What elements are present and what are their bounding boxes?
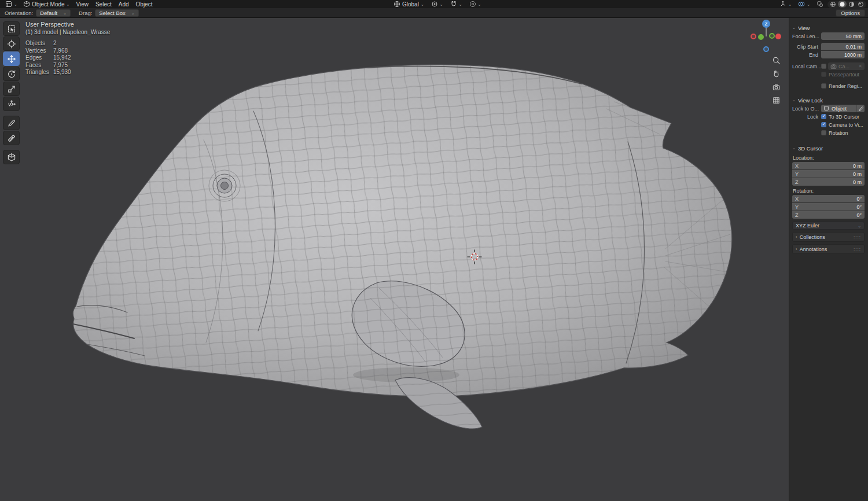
orientation-select[interactable]: Default xyxy=(36,9,71,17)
chevron-right-icon xyxy=(796,234,797,240)
scene-statistics: Objects2 Vertices7,968 Edges15,942 Faces… xyxy=(25,40,110,76)
shading-solid-button[interactable] xyxy=(838,1,847,8)
mode-select[interactable]: Object Mode xyxy=(21,1,72,8)
cursor-rot-x-row: X0° xyxy=(792,195,865,202)
tool-select-box[interactable] xyxy=(3,21,20,36)
cursor-loc-y-row: Y0 m xyxy=(792,170,865,178)
tool-annotate[interactable] xyxy=(3,116,20,130)
local-camera-checkbox[interactable] xyxy=(821,64,826,69)
drag-grip-icon[interactable] xyxy=(854,246,861,252)
viewport-3d[interactable] xyxy=(0,0,868,501)
stat-row: Objects2 xyxy=(25,40,110,47)
gizmo-axis-x-neg[interactable] xyxy=(751,34,756,39)
tool-measure[interactable] xyxy=(3,131,20,145)
orientation-label: Orientation: xyxy=(5,10,33,16)
cursor-rot-y-row: Y0° xyxy=(792,203,865,211)
to-3d-cursor-checkbox[interactable] xyxy=(821,114,826,119)
panel-collections-header[interactable]: Collections xyxy=(792,232,865,242)
clip-end-field[interactable]: 1000 m xyxy=(821,51,865,58)
cursor-loc-y-field[interactable]: Y0 m xyxy=(792,170,865,178)
close-icon[interactable]: ✕ xyxy=(858,64,862,69)
chevron-down-icon xyxy=(807,2,810,6)
shading-wireframe-button[interactable] xyxy=(829,1,837,8)
panel-3d-cursor-header[interactable]: 3D Cursor xyxy=(792,143,865,153)
menu-select[interactable]: Select xyxy=(93,1,115,8)
editor-type-select[interactable] xyxy=(3,1,20,8)
snap-toggle[interactable] xyxy=(448,1,465,8)
gizmo-axis-y-neg[interactable] xyxy=(769,33,775,39)
clip-start-row: Clip Start 0.01 m xyxy=(792,43,865,50)
render-region-checkbox[interactable] xyxy=(821,83,826,89)
passepartout-checkbox[interactable] xyxy=(821,72,826,77)
gizmo-axis-x[interactable] xyxy=(775,34,781,39)
tool-rotate[interactable] xyxy=(3,67,20,81)
panel-view-header[interactable]: View xyxy=(792,23,865,32)
menu-view[interactable]: View xyxy=(73,1,91,8)
overlays-icon xyxy=(798,1,805,8)
proportional-editing-toggle[interactable] xyxy=(467,1,484,8)
cursor-rot-x-field[interactable]: X0° xyxy=(792,195,865,202)
cursor-loc-x-field[interactable]: X0 m xyxy=(792,162,865,170)
gizmo-visibility-toggle[interactable] xyxy=(777,1,794,8)
zoom-icon[interactable] xyxy=(771,55,781,65)
pivot-point-icon xyxy=(431,1,438,8)
drag-select[interactable]: Select Box xyxy=(95,9,138,17)
menu-object[interactable]: Object xyxy=(133,1,156,8)
overlays-toggle[interactable] xyxy=(796,1,812,8)
chevron-down-icon xyxy=(14,2,17,6)
shading-rendered-button[interactable] xyxy=(856,1,865,8)
chevron-down-icon xyxy=(792,25,796,30)
transform-orientation-label: Global xyxy=(402,1,419,8)
viewport-editor-icon xyxy=(5,1,12,8)
rotation-order-select[interactable]: XYZ Euler xyxy=(792,222,865,230)
sidebar-n-panel: View Focal Len... 50 mm Clip Start 0.01 … xyxy=(789,18,868,501)
gizmos-icon xyxy=(779,1,786,8)
cursor-rot-z-field[interactable]: Z0° xyxy=(792,211,865,219)
local-camera-field[interactable]: Ca... ✕ xyxy=(828,62,865,70)
chevron-down-icon xyxy=(792,146,796,150)
gizmo-axis-z[interactable]: Z xyxy=(762,20,770,28)
focal-length-field[interactable]: 50 mm xyxy=(821,32,865,40)
menu-add[interactable]: Add xyxy=(116,1,132,8)
panel-annotations-header[interactable]: Annotations xyxy=(792,244,865,254)
pivot-point-select[interactable] xyxy=(429,1,446,8)
clip-start-field[interactable]: 0.01 m xyxy=(821,43,865,50)
chevron-right-icon xyxy=(796,246,797,252)
chevron-down-icon xyxy=(459,2,462,6)
object-data-icon xyxy=(823,105,830,112)
camera-icon xyxy=(830,63,837,69)
chevron-down-icon xyxy=(792,98,796,102)
z-axis-line xyxy=(766,27,767,36)
ortho-toggle-icon[interactable] xyxy=(771,95,781,105)
left-toolbar xyxy=(3,21,20,165)
lock-to-object-field[interactable]: Object xyxy=(821,105,856,112)
eyedropper-icon[interactable] xyxy=(856,105,865,112)
napoleon-wrasse-mesh[interactable] xyxy=(73,65,732,429)
panel-view-lock-header[interactable]: View Lock xyxy=(792,95,865,105)
cursor-loc-z-field[interactable]: Z0 m xyxy=(792,178,865,186)
tool-scale[interactable] xyxy=(3,82,20,96)
chevron-down-icon xyxy=(858,224,861,228)
lock-rotation-row: Rotation xyxy=(792,129,865,137)
shading-material-button[interactable] xyxy=(847,1,856,8)
view-perspective-label: User Perspective xyxy=(25,21,110,28)
camera-view-icon[interactable] xyxy=(771,82,781,92)
lock-rotation-checkbox[interactable] xyxy=(821,130,826,135)
object-mode-icon xyxy=(23,1,30,8)
options-button[interactable]: Options xyxy=(836,9,865,17)
camera-to-view-checkbox[interactable] xyxy=(821,122,826,127)
tool-cursor[interactable] xyxy=(3,36,20,51)
tool-add-cube[interactable] xyxy=(3,150,20,164)
drag-grip-icon[interactable] xyxy=(854,234,861,240)
cursor-loc-x-row: X0 m xyxy=(792,162,865,170)
transform-orientation-select[interactable]: Global xyxy=(391,1,426,8)
gizmo-axis-y[interactable] xyxy=(758,34,764,40)
cursor-rot-y-field[interactable]: Y0° xyxy=(792,203,865,211)
tool-transform[interactable] xyxy=(3,97,20,111)
tool-move[interactable] xyxy=(3,51,20,66)
gizmo-axis-z-neg[interactable] xyxy=(763,46,769,52)
camera-to-view-row: Camera to Vi... xyxy=(792,121,865,128)
xray-toggle[interactable] xyxy=(814,1,826,8)
navigation-gizmo[interactable]: Z xyxy=(749,19,785,54)
pan-hand-icon[interactable] xyxy=(771,68,781,79)
